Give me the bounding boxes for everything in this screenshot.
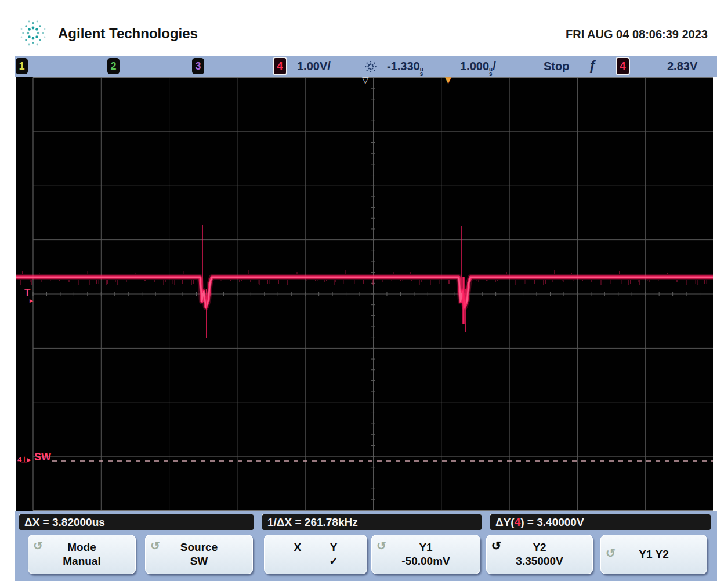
control-panel: ΔX = 3.82000us 1/ΔX = 261.78kHz ΔY(4) = … [15, 511, 717, 581]
channel-4-ground-marker: 4⊥▸ [17, 455, 30, 464]
channel-2-badge: 2 [107, 58, 120, 74]
softkey-cursor-select-xy[interactable]: X Y ✓ [264, 535, 367, 574]
oscilloscope-screenshot: Agilent Technologies FRI AUG 04 08:06:39… [0, 0, 724, 588]
status-bar: 1 2 3 4 1.00V/ -1.330us 1.000us/ Stop ƒ … [15, 56, 717, 77]
softkey-value: Manual [63, 554, 100, 568]
trigger-position-marker-icon: ▼ [443, 74, 454, 86]
softkey-label: Mode [67, 540, 96, 554]
acquisition-status: Stop [544, 60, 569, 73]
softkey-value: SW [190, 554, 208, 568]
delta-y-channel: 4 [515, 516, 521, 528]
timebase-readout: 1.000us/ [460, 60, 496, 77]
waveform-svg [16, 77, 713, 511]
delta-y-readout: ΔY(4) = 3.40000V [490, 514, 711, 530]
inverse-delta-x-readout: 1/ΔX = 261.78kHz [262, 514, 482, 530]
agilent-spark-icon [16, 16, 50, 50]
knob-icon: ↺ [33, 539, 43, 553]
timebase-value: 1.000 [460, 60, 489, 72]
knob-icon: ↺ [150, 539, 160, 553]
softkey-label: Y1 [419, 540, 432, 554]
softkey-label: Y1 Y2 [639, 547, 668, 561]
sw-bus-label: SW [34, 451, 51, 463]
trigger-slope-icon: ƒ [589, 57, 596, 74]
y-cursor-option: Y [316, 540, 352, 554]
spark-icon [363, 59, 379, 75]
channel-4-badge: 4 [273, 57, 287, 75]
channel-1-badge: 1 [16, 58, 28, 74]
delay-value: -1.330 [387, 60, 420, 72]
softkey-label: Y2 [533, 540, 546, 554]
trigger-source-badge: 4 [616, 57, 630, 75]
softkey-label: Source [180, 540, 218, 554]
softkey-y1y2[interactable]: ↺ Y1 Y2 [600, 535, 707, 574]
softkey-mode[interactable]: ↺ Mode Manual [28, 535, 136, 574]
datetime-readout: FRI AUG 04 08:06:39 2023 [566, 28, 708, 41]
knob-icon: ↺ [491, 539, 501, 553]
softkey-y1[interactable]: ↺ Y1 -50.00mV [371, 535, 480, 574]
microsecond-unit: us [420, 67, 423, 77]
check-icon: ✓ [316, 554, 352, 568]
knob-icon: ↺ [606, 546, 616, 560]
trigger-level-arrow-icon: ▸ [30, 297, 33, 304]
brand-title: Agilent Technologies [58, 26, 198, 42]
softkey-y2[interactable]: ↺ Y2 3.35000V [486, 535, 593, 574]
softkey-source[interactable]: ↺ Source SW [145, 535, 253, 574]
delta-x-readout: ΔX = 3.82000us [19, 514, 254, 530]
channel-3-badge: 3 [192, 58, 204, 74]
x-cursor-option: X [280, 540, 316, 554]
channel-4-scale-readout: 1.00V/ [297, 60, 331, 73]
softkey-value: -50.00mV [401, 554, 450, 568]
waveform-display: ▽ ▼ T ▸ 4⊥▸ SW [16, 77, 713, 511]
time-reference-marker-icon: ▽ [362, 75, 369, 85]
trigger-delay-readout: -1.330us [387, 60, 423, 77]
knob-icon: ↺ [377, 539, 386, 553]
softkey-value: 3.35000V [516, 554, 563, 568]
trigger-level-readout: 2.83V [667, 60, 697, 73]
